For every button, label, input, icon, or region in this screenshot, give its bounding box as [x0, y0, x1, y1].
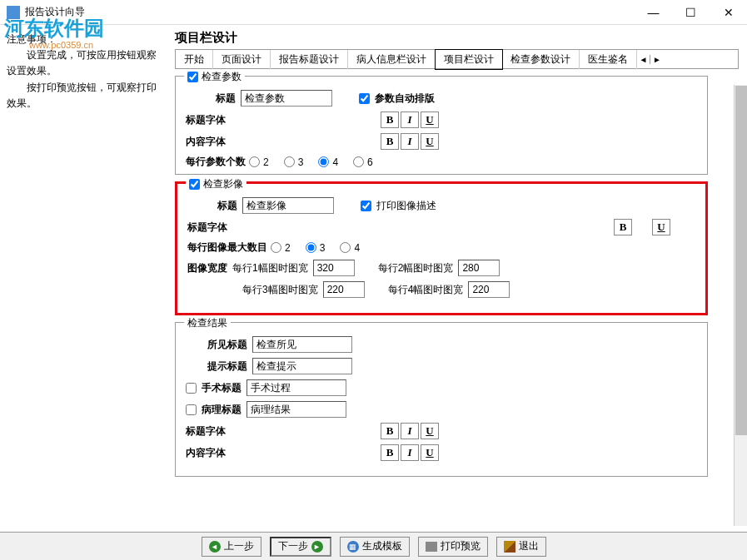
- next-button[interactable]: 下一步 ►: [270, 537, 331, 557]
- bold-button-4[interactable]: B: [381, 423, 399, 439]
- underline-button[interactable]: U: [421, 112, 439, 128]
- print-desc-label: 打印图像描述: [376, 199, 436, 213]
- radio-4[interactable]: 4: [318, 156, 338, 168]
- exam-results-label: 检查结果: [187, 316, 227, 330]
- tab-start[interactable]: 开始: [176, 50, 213, 69]
- arrow-left-icon: ◄: [209, 541, 221, 553]
- exit-icon: [504, 541, 515, 553]
- window-title: 报告设计向导: [25, 5, 635, 19]
- surgery-label: 手术标题: [202, 381, 242, 395]
- tab-item-bar[interactable]: 项目栏设计: [435, 49, 503, 70]
- finding-label: 所见标题: [186, 338, 247, 352]
- tab-patient-info[interactable]: 病人信息栏设计: [348, 50, 436, 69]
- img-title-font-label: 标题字体: [187, 221, 227, 235]
- italic-button[interactable]: I: [401, 112, 419, 128]
- bold-button-2[interactable]: B: [381, 133, 399, 150]
- tab-page-design[interactable]: 页面设计: [213, 50, 271, 69]
- exam-images-label: 检查影像: [203, 177, 243, 191]
- params-per-row-label: 每行参数个数: [186, 155, 246, 169]
- title-font-label: 标题字体: [186, 113, 226, 127]
- width3-label: 每行3幅图时图宽: [242, 283, 318, 297]
- group-exam-results: 检查结果 所见标题 提示标题 手术标题 病理标题 标题字体: [175, 322, 708, 477]
- img-radio-2[interactable]: 2: [271, 242, 291, 254]
- minimize-button[interactable]: —: [635, 0, 672, 24]
- result-title-font-label: 标题字体: [186, 424, 226, 439]
- tab-report-title[interactable]: 报告标题设计: [271, 50, 348, 69]
- finding-input[interactable]: [252, 336, 352, 353]
- scrollbar-thumb[interactable]: [735, 86, 747, 435]
- arrow-right-icon: ►: [311, 541, 323, 553]
- image-width-label: 图像宽度: [187, 261, 227, 275]
- width1-label: 每行1幅图时图宽: [232, 261, 308, 275]
- tab-doctor-sign[interactable]: 医生鉴名: [580, 50, 637, 69]
- result-content-font-label: 内容字体: [186, 446, 226, 460]
- group-exam-images: 检查影像 标题 打印图像描述 标题字体 B U 每行图像最大数目 2 3: [175, 181, 708, 315]
- img-title-input[interactable]: [242, 197, 334, 214]
- tab-exam-params[interactable]: 检查参数设计: [502, 50, 580, 69]
- max-images-label: 每行图像最大数目: [187, 240, 267, 255]
- printer-icon: [426, 542, 437, 552]
- pathology-checkbox[interactable]: [186, 404, 197, 415]
- width1-input[interactable]: [313, 260, 355, 276]
- italic-button-5[interactable]: I: [401, 444, 419, 461]
- window-controls: — ☐ ✕: [635, 0, 747, 24]
- width2-input[interactable]: [458, 260, 500, 276]
- titlebar: 报告设计向导 — ☐ ✕: [0, 0, 747, 25]
- bold-button-3[interactable]: B: [614, 219, 632, 235]
- section-title: 项目栏设计: [175, 30, 739, 46]
- help-line3: 按打印预览按钮，可观察打印效果。: [7, 80, 160, 112]
- bold-button[interactable]: B: [381, 112, 399, 128]
- exam-images-checkbox[interactable]: [189, 179, 200, 190]
- auto-layout-checkbox[interactable]: [359, 93, 370, 104]
- hint-label: 提示标题: [186, 359, 247, 374]
- width2-label: 每行2幅图时图宽: [378, 261, 454, 275]
- content-font-label: 内容字体: [186, 135, 226, 149]
- underline-button-3[interactable]: U: [652, 219, 670, 235]
- exit-button[interactable]: 退出: [496, 537, 546, 557]
- italic-button-4[interactable]: I: [401, 423, 419, 439]
- underline-button-5[interactable]: U: [421, 444, 439, 461]
- tab-scroll-right[interactable]: ►: [650, 55, 664, 64]
- content-panel: 项目栏设计 开始 页面设计 报告标题设计 病人信息栏设计 项目栏设计 检查参数设…: [167, 25, 747, 531]
- title-input[interactable]: [241, 90, 332, 107]
- pathology-input[interactable]: [247, 401, 346, 418]
- underline-button-2[interactable]: U: [421, 133, 439, 150]
- width3-input[interactable]: [323, 281, 365, 298]
- title-label: 标题: [186, 92, 236, 106]
- vertical-scrollbar[interactable]: [734, 85, 747, 526]
- help-panel: 注意事项： 设置完成，可按应用按钮观察设置效果。 按打印预览按钮，可观察打印效果…: [0, 25, 167, 531]
- template-icon: ▦: [347, 541, 359, 553]
- footer-toolbar: ◄ 上一步 下一步 ► ▦ 生成模板 打印预览 退出: [0, 532, 747, 560]
- watermark-url: www.pc0359.cn: [29, 40, 104, 50]
- width4-label: 每行4幅图时图宽: [388, 283, 464, 297]
- width4-input[interactable]: [468, 281, 510, 298]
- group-exam-params: 检查参数 标题 参数自动排版 标题字体 B I U 内容字体 B: [175, 76, 708, 175]
- italic-button-2[interactable]: I: [401, 133, 419, 150]
- print-preview-button[interactable]: 打印预览: [418, 537, 488, 557]
- surgery-checkbox[interactable]: [186, 383, 197, 394]
- auto-layout-label: 参数自动排版: [375, 92, 435, 106]
- img-radio-4[interactable]: 4: [340, 242, 360, 254]
- watermark: 河东软件园 www.pc0359.cn: [4, 15, 104, 50]
- pathology-label: 病理标题: [202, 403, 242, 417]
- watermark-text: 河东软件园: [4, 15, 104, 42]
- exam-params-label: 检查参数: [202, 70, 242, 84]
- exam-params-checkbox[interactable]: [187, 72, 198, 82]
- maximize-button[interactable]: ☐: [672, 0, 710, 24]
- close-button[interactable]: ✕: [710, 0, 747, 24]
- bold-button-5[interactable]: B: [381, 444, 399, 461]
- tab-scroll-left[interactable]: ◄: [637, 55, 650, 64]
- radio-2[interactable]: 2: [249, 156, 269, 168]
- surgery-input[interactable]: [247, 379, 346, 396]
- img-title-label: 标题: [187, 199, 237, 213]
- hint-input[interactable]: [252, 358, 352, 374]
- print-desc-checkbox[interactable]: [361, 201, 371, 211]
- underline-button-4[interactable]: U: [421, 423, 439, 439]
- tab-bar: 开始 页面设计 报告标题设计 病人信息栏设计 项目栏设计 检查参数设计 医生鉴名…: [175, 49, 739, 69]
- img-radio-3[interactable]: 3: [306, 242, 326, 254]
- radio-3[interactable]: 3: [284, 156, 304, 168]
- prev-button[interactable]: ◄ 上一步: [202, 537, 261, 557]
- help-line2: 设置完成，可按应用按钮观察设置效果。: [7, 47, 160, 79]
- radio-6[interactable]: 6: [353, 156, 373, 168]
- generate-template-button[interactable]: ▦ 生成模板: [340, 537, 410, 557]
